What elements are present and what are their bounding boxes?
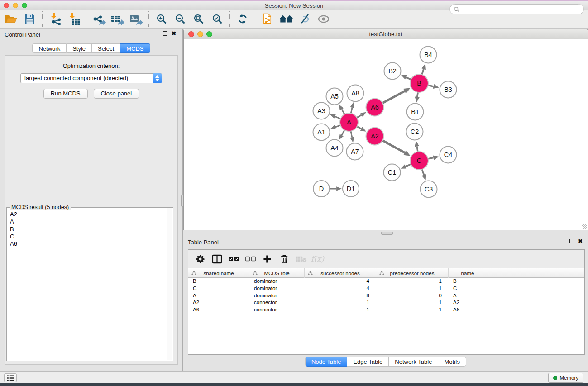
node-A8[interactable]: A8 [347, 85, 364, 102]
horizontal-splitter[interactable] [183, 230, 588, 236]
node-A6[interactable]: A6 [366, 99, 384, 116]
node-C[interactable]: C [410, 152, 428, 170]
table-cell[interactable]: 4 [305, 285, 376, 292]
result-item[interactable]: C [10, 233, 167, 240]
node-C3[interactable]: C3 [421, 181, 437, 198]
table-cell[interactable]: 1 [305, 299, 376, 306]
table-row[interactable]: Bdominator41B [188, 278, 584, 285]
export-table-button[interactable] [108, 11, 127, 27]
close-panel-button[interactable]: Close panel [94, 89, 139, 99]
table-cell[interactable]: 1 [376, 306, 449, 314]
node-A7[interactable]: A7 [347, 143, 363, 160]
table-row[interactable]: Adominator80A [188, 292, 584, 300]
column-header-shared-name[interactable]: shared name [188, 268, 249, 278]
node-A1[interactable]: A1 [313, 124, 330, 141]
table-row[interactable]: A6connector11A6 [188, 306, 584, 314]
zoom-fit-content-button[interactable] [189, 11, 208, 27]
tab-network[interactable]: Network [32, 43, 67, 53]
node-B2[interactable]: B2 [384, 63, 401, 80]
show-graphics-details-button[interactable] [314, 11, 333, 27]
select-all-columns-button[interactable] [225, 251, 242, 267]
table-cell[interactable]: connector [249, 299, 305, 306]
new-network-from-selection-button[interactable] [258, 11, 277, 27]
column-header-predecessor-nodes[interactable]: predecessor nodes [376, 268, 449, 278]
table-cell[interactable]: 0 [376, 292, 449, 300]
first-neighbors-button[interactable] [277, 11, 296, 27]
open-file-button[interactable] [2, 11, 20, 27]
node-A2[interactable]: A2 [366, 128, 384, 145]
table-cell[interactable]: dominator [249, 292, 305, 300]
table-tab-edge-table[interactable]: Edge Table [347, 357, 389, 367]
node-A4[interactable]: A4 [326, 140, 343, 157]
node-D[interactable]: D [313, 181, 330, 197]
save-session-button[interactable] [20, 11, 39, 27]
table-cell[interactable]: C [449, 285, 487, 292]
result-item[interactable]: A [10, 218, 167, 225]
table-cell[interactable]: 1 [376, 278, 449, 285]
show-columns-button[interactable] [209, 251, 225, 267]
zoom-in-button[interactable] [152, 11, 171, 27]
apply-preferred-layout-button[interactable] [233, 11, 252, 27]
float-panel-icon[interactable] [163, 31, 167, 36]
table-cell[interactable]: connector [249, 306, 305, 314]
table-cell[interactable]: A6 [188, 306, 249, 314]
search-input[interactable] [462, 6, 580, 13]
unselect-all-columns-button[interactable] [242, 251, 259, 267]
column-header-name[interactable]: name [449, 268, 487, 278]
tab-select[interactable]: Select [92, 43, 120, 53]
function-builder-button[interactable]: f(x) [309, 251, 326, 267]
table-cell[interactable]: 1 [305, 306, 376, 314]
node-C1[interactable]: C1 [384, 164, 401, 181]
memory-button[interactable]: Memory [548, 373, 583, 383]
import-table-from-file-button[interactable] [64, 11, 83, 27]
table-row[interactable]: A2connector11A2 [188, 299, 584, 306]
close-table-panel-icon[interactable]: ✖ [578, 239, 583, 243]
node-B4[interactable]: B4 [420, 47, 437, 63]
run-mcds-button[interactable]: Run MCDS [43, 89, 88, 99]
tab-style[interactable]: Style [67, 43, 92, 53]
horizontal-splitter-handle[interactable] [381, 232, 393, 235]
result-item[interactable]: B [10, 226, 167, 233]
result-item[interactable]: A6 [10, 240, 167, 248]
node-A5[interactable]: A5 [326, 88, 343, 105]
table-cell[interactable]: A2 [449, 299, 487, 306]
network-canvas[interactable]: A5A8A3A1A4A7B2B4B3B1C2C4C1C3DD1A6A2ABC [184, 39, 588, 230]
table-cell[interactable]: 4 [305, 278, 376, 285]
table-tab-network-table[interactable]: Network Table [389, 357, 438, 367]
tab-mcds[interactable]: MCDS [120, 43, 150, 53]
table-cell[interactable]: dominator [249, 285, 305, 292]
zoom-out-button[interactable] [171, 11, 189, 27]
table-cell[interactable]: A2 [188, 299, 249, 306]
column-header-MCDS-role[interactable]: MCDS role [249, 268, 305, 278]
export-image-button[interactable] [127, 11, 145, 27]
result-item[interactable]: A2 [10, 211, 167, 218]
table-cell[interactable]: A6 [449, 306, 487, 314]
node-B3[interactable]: B3 [440, 81, 457, 98]
table-cell[interactable]: 8 [305, 292, 376, 300]
node-B[interactable]: B [410, 74, 428, 92]
node-A3[interactable]: A3 [313, 103, 330, 119]
table-cell[interactable]: A [449, 292, 487, 300]
search-box[interactable] [449, 4, 584, 14]
table-cell[interactable]: 1 [376, 299, 449, 306]
node-C2[interactable]: C2 [406, 124, 423, 140]
resize-grip-icon[interactable] [582, 224, 587, 229]
table-cell[interactable]: B [188, 278, 249, 285]
delete-columns-button[interactable] [276, 251, 292, 267]
table-row[interactable]: Cdominator41C [188, 285, 584, 292]
table-tab-node-table[interactable]: Node Table [305, 357, 348, 367]
table-cell[interactable]: A [188, 292, 249, 300]
node-C4[interactable]: C4 [440, 147, 457, 163]
close-panel-icon[interactable]: ✖ [172, 31, 176, 36]
table-cell[interactable]: B [449, 278, 487, 285]
table-cell[interactable]: dominator [249, 278, 305, 285]
task-history-button[interactable] [4, 373, 17, 382]
delete-table-button[interactable] [292, 251, 309, 267]
table-tab-motifs[interactable]: Motifs [438, 357, 466, 367]
node-A[interactable]: A [340, 113, 358, 131]
table-cell[interactable]: C [188, 285, 249, 292]
table-cell[interactable]: 1 [376, 285, 449, 292]
node-B1[interactable]: B1 [407, 104, 424, 120]
table-settings-button[interactable] [192, 251, 209, 267]
criterion-select[interactable]: largest connected component (directed) [20, 73, 162, 83]
